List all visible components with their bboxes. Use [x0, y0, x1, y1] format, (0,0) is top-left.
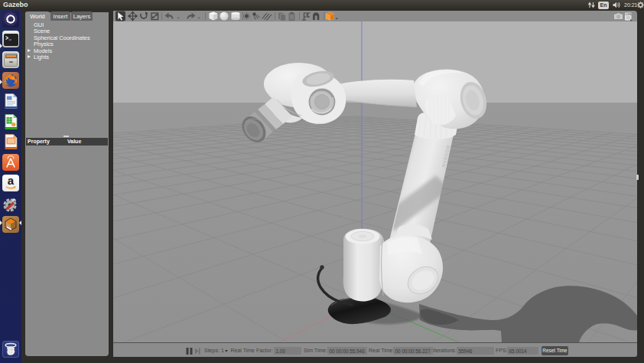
svg-text:LOG: LOG	[626, 13, 632, 16]
